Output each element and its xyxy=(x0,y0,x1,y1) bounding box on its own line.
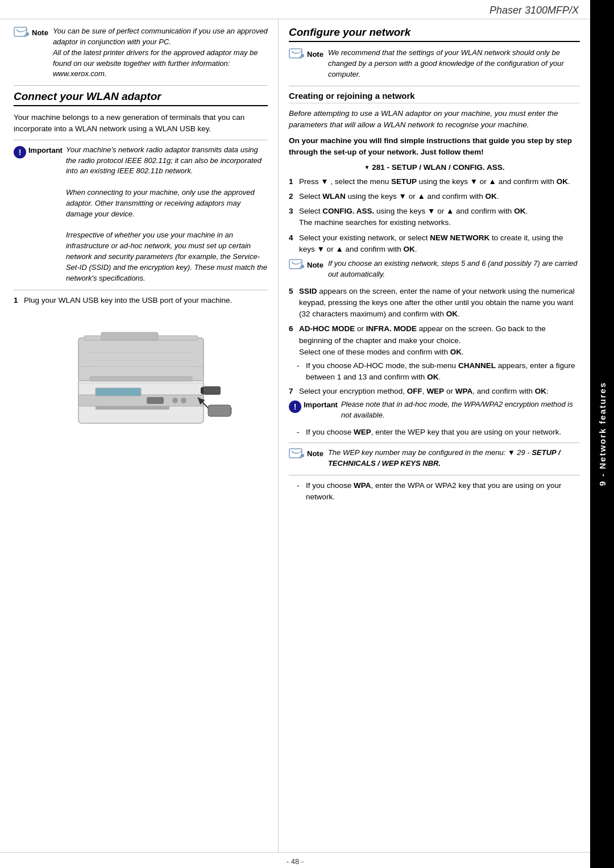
svg-rect-16 xyxy=(96,406,169,410)
note-icon-1: Note xyxy=(14,26,48,39)
step-r6-num: 6 xyxy=(289,323,299,358)
steps-list-1: 1 Press ▼ , select the menu SETUP using … xyxy=(289,176,580,256)
step-r3-text: Select CONFIG. ASS. using the keys ▼ or … xyxy=(299,206,528,229)
step-r4-num: 4 xyxy=(289,232,299,256)
svg-point-9 xyxy=(181,398,186,403)
important-text-1: Your machine's network radio adaptor tra… xyxy=(66,145,268,284)
note-icon-svg-4 xyxy=(289,448,305,460)
two-col-layout: Note You can be sure of perfect communic… xyxy=(0,19,590,852)
important-box-2: ! Important Please note that in ad-hoc m… xyxy=(289,399,580,421)
note-box-3: Note The WEP key number may be configure… xyxy=(289,448,580,469)
dash-adhoc: - xyxy=(297,360,306,383)
svg-rect-11 xyxy=(204,386,221,395)
svg-rect-10 xyxy=(147,397,164,404)
important-label-2: Important xyxy=(304,400,338,409)
note-text-2: If you choose an existing network, steps… xyxy=(328,258,580,280)
note-icon-3: Note xyxy=(289,448,323,460)
printer-image-container xyxy=(14,315,268,435)
page-header: Phaser 3100MFP/X xyxy=(0,0,590,19)
divider-r1 xyxy=(289,86,580,86)
svg-rect-14 xyxy=(208,405,231,416)
note-box-configure: Note We recommend that the settings of y… xyxy=(289,48,580,80)
vertical-tab-label: 9 - Network features xyxy=(598,382,607,486)
note-icon-2: Note xyxy=(289,258,323,271)
svg-rect-15 xyxy=(231,408,232,414)
svg-rect-19 xyxy=(96,388,141,396)
creating-intro-italic: Before attempting to use a WLAN adaptor … xyxy=(289,108,580,131)
important-box-1: ! Important Your machine's network radio… xyxy=(14,145,268,284)
svg-rect-5 xyxy=(90,377,192,381)
left-column: Note You can be sure of perfect communic… xyxy=(0,19,279,852)
step-r3-num: 3 xyxy=(289,206,299,229)
step-r5-text: SSID appears on the screen, enter the na… xyxy=(299,286,580,320)
note-icon-svg-3 xyxy=(289,258,305,271)
important-icon-2: ! Important xyxy=(289,400,338,413)
step-r2-text: Select WLAN using the keys ▼ or ▲ and co… xyxy=(299,191,499,202)
vertical-tab: 9 - Network features xyxy=(590,0,614,868)
page-title: Phaser 3100MFP/X xyxy=(489,5,579,16)
dash-wpa: - xyxy=(297,480,306,503)
important-text-2: Please note that in ad-hoc mode, the WPA… xyxy=(341,399,580,421)
divider-r2 xyxy=(289,443,580,443)
page-container: Phaser 3100MFP/X Note xyxy=(0,0,614,868)
divider-3 xyxy=(14,290,268,290)
creating-heading: Creating or rejoining a network xyxy=(289,91,580,103)
note-box-2: Note If you choose an existing network, … xyxy=(289,258,580,280)
note-label-3: Note xyxy=(307,449,323,458)
important-circle-icon-2: ! xyxy=(289,400,301,413)
step-r1-num: 1 xyxy=(289,176,299,187)
dash-item-wpa: - If you choose WPA, enter the WPA or WP… xyxy=(297,480,580,503)
step-text-1: Plug your WLAN USB key into the USB port… xyxy=(24,295,232,306)
page-footer: - 48 - xyxy=(0,852,590,868)
step-r5-num: 5 xyxy=(289,286,299,320)
right-column: Configure your network Note We recomme xyxy=(279,19,590,852)
dash-item-wep: - If you choose WEP, enter the WEP key t… xyxy=(297,427,580,438)
printer-svg xyxy=(50,315,232,435)
important-circle-icon: ! xyxy=(14,146,26,158)
step-r6-text: AD-HOC MODE or INFRA. MODE appear on the… xyxy=(299,323,580,358)
wlan-body1: Your machine belongs to a new generation… xyxy=(14,112,268,135)
configure-heading: Configure your network xyxy=(289,26,580,42)
step-r4-text: Select your existing network, or select … xyxy=(299,232,580,256)
step-r7-text: Select your encryption method, OFF, WEP … xyxy=(299,386,549,397)
step-r1-text: Press ▼ , select the menu SETUP using th… xyxy=(299,176,570,187)
divider-r3 xyxy=(289,475,580,475)
note-text-1: You can be sure of perfect communication… xyxy=(53,26,268,80)
note-text-configure: We recommend that the settings of your W… xyxy=(328,48,580,80)
note-icon-svg-2 xyxy=(289,48,305,60)
note-icon-svg xyxy=(14,26,30,39)
creating-intro-bold: On your machine you will find simple ins… xyxy=(289,135,580,158)
note-label-2: Note xyxy=(307,261,323,269)
dash-wep: - xyxy=(297,427,306,438)
divider-1 xyxy=(14,85,268,86)
dash-adhoc-text: If you choose AD-HOC mode, the sub-menu … xyxy=(306,360,580,383)
important-icon-1: ! Important xyxy=(14,146,63,158)
wlan-section-heading: Connect your WLAN adaptor xyxy=(14,90,268,106)
main-content: Phaser 3100MFP/X Note xyxy=(0,0,590,868)
steps-list-2: 5 SSID appears on the screen, enter the … xyxy=(289,286,580,397)
svg-rect-18 xyxy=(101,332,158,340)
dash-wpa-text: If you choose WPA, enter the WPA or WPA2… xyxy=(306,480,580,503)
step-r7-num: 7 xyxy=(289,386,299,397)
dash-wep-text: If you choose WEP, enter the WEP key tha… xyxy=(306,427,561,438)
note-label-configure: Note xyxy=(307,50,323,59)
note-label-1: Note xyxy=(32,28,48,37)
note-icon-configure: Note xyxy=(289,48,323,60)
step-r2-num: 2 xyxy=(289,191,299,202)
note-text-3: The WEP key number may be configured in … xyxy=(328,448,580,469)
page-number: - 48 - xyxy=(287,857,304,866)
step-num-1: 1 xyxy=(14,295,24,306)
svg-rect-3 xyxy=(78,338,204,381)
svg-point-8 xyxy=(172,398,178,403)
important-label-1: Important xyxy=(28,146,63,155)
submenu-label: ▼ 281 - SETUP / WLAN / CONFIG. ASS. xyxy=(289,163,580,172)
divider-2 xyxy=(14,140,268,140)
step-list-left: 1 Plug your WLAN USB key into the USB po… xyxy=(14,295,268,306)
dash-item-adhoc: - If you choose AD-HOC mode, the sub-men… xyxy=(297,360,580,383)
note-box-1: Note You can be sure of perfect communic… xyxy=(14,26,268,80)
